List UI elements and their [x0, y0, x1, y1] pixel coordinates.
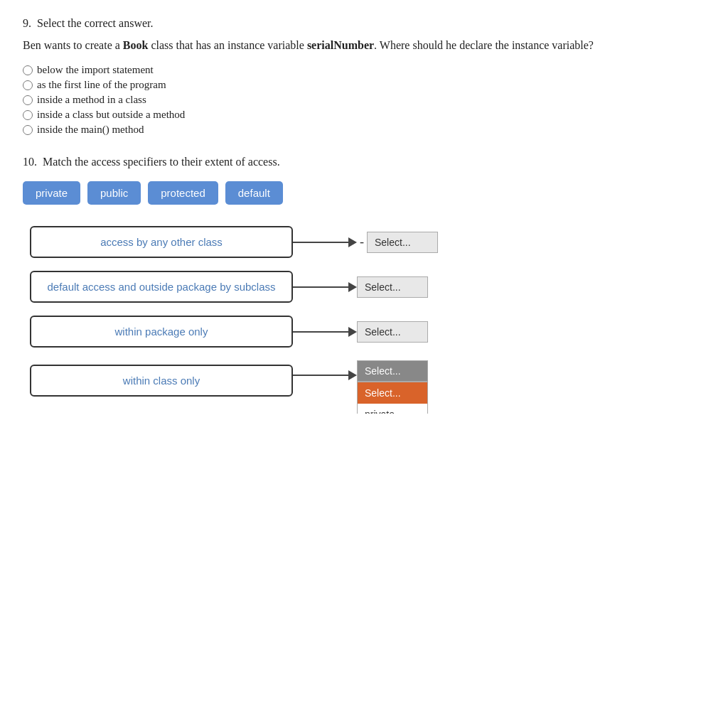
arrow-4: [348, 370, 357, 380]
select-1[interactable]: Select... private public protected defau…: [367, 232, 438, 253]
badge-private: private: [23, 181, 80, 205]
match-row-1: access by any other class - Select... pr…: [30, 226, 705, 258]
line-2: [321, 286, 350, 288]
book-bold: Book: [123, 39, 149, 51]
select-wrapper-3[interactable]: Select... private public protected defau…: [357, 321, 428, 343]
match-area: access by any other class - Select... pr…: [30, 226, 705, 397]
badge-public: public: [87, 181, 141, 205]
select-3[interactable]: Select... private public protected defau…: [357, 321, 428, 343]
q9-radio-2[interactable]: [23, 80, 33, 90]
match-row-4: within class only Select... Select... pr…: [30, 360, 705, 397]
arrow-3: [348, 327, 357, 337]
q9-radio-5[interactable]: [23, 125, 33, 135]
q9-radio-1[interactable]: [23, 65, 33, 75]
select-wrapper-1[interactable]: Select... private public protected defau…: [367, 232, 438, 253]
serial-bold: serialNumber: [307, 39, 374, 51]
badges-row: private public protected default: [23, 181, 705, 205]
match-box-4: within class only: [30, 365, 293, 397]
q9-option-3[interactable]: inside a method in a class: [23, 94, 705, 106]
match-line-2: [293, 282, 357, 292]
question-10: 10. Match the access specifiers to their…: [23, 156, 705, 397]
dropdown-item-private[interactable]: private: [358, 404, 427, 414]
line-1: [321, 242, 350, 243]
arrow-1: [348, 237, 357, 247]
q9-option-2[interactable]: as the first line of the program: [23, 79, 705, 91]
q9-radio-3[interactable]: [23, 95, 33, 105]
select-wrapper-2[interactable]: Select... private public protected defau…: [357, 276, 428, 298]
badge-protected: protected: [148, 181, 218, 205]
q9-option-5-label: inside the main() method: [37, 124, 144, 136]
line-3: [321, 331, 350, 333]
dropdown-list-4: Select... private public protected defau…: [357, 382, 428, 414]
q9-option-5[interactable]: inside the main() method: [23, 124, 705, 136]
badge-default: default: [225, 181, 283, 205]
q9-text: Ben wants to create a Book class that ha…: [23, 37, 705, 54]
q9-option-2-label: as the first line of the program: [37, 79, 166, 91]
q9-radio-4[interactable]: [23, 110, 33, 120]
line-4: [321, 375, 350, 376]
q9-option-3-label: inside a method in a class: [37, 94, 146, 106]
q10-title: 10. Match the access specifiers to their…: [23, 156, 705, 168]
open-dropdown-wrapper[interactable]: Select... Select... private public prote…: [357, 360, 428, 382]
match-line-3: [293, 327, 357, 337]
q9-option-4-label: inside a class but outside a method: [37, 109, 185, 121]
match-line-4: [293, 370, 357, 380]
select-2[interactable]: Select... private public protected defau…: [357, 276, 428, 298]
question-9: 9. Select the correct answer. Ben wants …: [23, 17, 705, 136]
dropdown-item-select[interactable]: Select...: [358, 382, 427, 404]
match-box-3: within package only: [30, 316, 293, 348]
dropdown-header-4[interactable]: Select...: [357, 360, 428, 382]
match-row-3: within package only Select... private pu…: [30, 316, 705, 348]
arrow-2: [348, 282, 357, 292]
q9-number: 9. Select the correct answer.: [23, 17, 705, 30]
q9-option-4[interactable]: inside a class but outside a method: [23, 109, 705, 121]
q9-option-1-label: below the import statement: [37, 64, 154, 76]
match-box-1: access by any other class: [30, 226, 293, 258]
q9-option-1[interactable]: below the import statement: [23, 64, 705, 76]
match-row-2: default access and outside package by su…: [30, 271, 705, 303]
match-box-2: default access and outside package by su…: [30, 271, 293, 303]
match-line-1: [293, 237, 357, 247]
q9-options: below the import statement as the first …: [23, 64, 705, 136]
dash-1: -: [360, 235, 364, 249]
